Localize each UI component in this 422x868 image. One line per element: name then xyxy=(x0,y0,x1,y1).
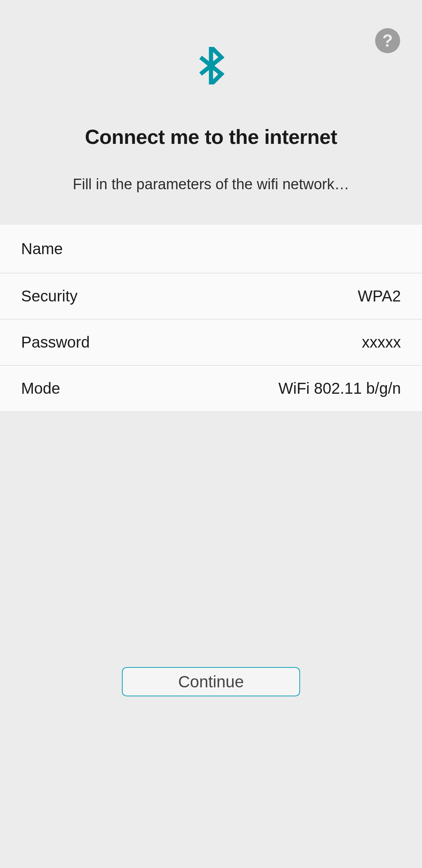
help-icon: ? xyxy=(383,31,393,50)
continue-button-label: Continue xyxy=(178,673,244,691)
field-password[interactable]: Password xxxxx xyxy=(0,319,422,366)
page-subtitle: Fill in the parameters of the wifi netwo… xyxy=(0,176,422,193)
bluetooth-icon xyxy=(198,47,224,86)
field-name[interactable]: Name xyxy=(0,224,422,273)
field-security[interactable]: Security WPA2 xyxy=(0,273,422,319)
field-password-value: xxxxx xyxy=(362,334,401,351)
field-password-label: Password xyxy=(21,334,90,351)
continue-button[interactable]: Continue xyxy=(122,667,300,696)
field-mode-value: WiFi 802.11 b/g/n xyxy=(279,380,401,397)
wifi-form: Name Security WPA2 Password xxxxx Mode W… xyxy=(0,224,422,412)
header: ? Connect me to the internet Fill in the… xyxy=(0,0,422,224)
field-name-label: Name xyxy=(21,240,63,258)
page-title: Connect me to the internet xyxy=(0,125,422,149)
field-mode[interactable]: Mode WiFi 802.11 b/g/n xyxy=(0,366,422,412)
help-button[interactable]: ? xyxy=(375,28,400,53)
field-mode-label: Mode xyxy=(21,380,60,397)
field-security-value: WPA2 xyxy=(358,287,401,305)
field-security-label: Security xyxy=(21,287,78,305)
